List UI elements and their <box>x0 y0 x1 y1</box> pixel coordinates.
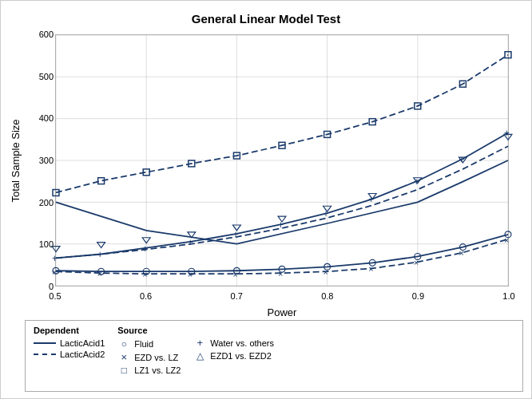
line-lactic1-water <box>56 132 508 258</box>
y-axis-ticks: 0 100 200 300 400 500 600 <box>23 34 54 286</box>
legend-source: Source ○ Fluid × EZD vs. LZ □ LZ1 vs. LZ… <box>117 326 181 376</box>
marker-x-2: × <box>97 269 102 279</box>
marker-x-11: × <box>504 235 509 245</box>
legend-item-fluid: ○ Fluid <box>117 338 181 350</box>
marker-x-4: × <box>188 270 193 279</box>
marker-plus-4: + <box>188 237 193 248</box>
legend-item-ezdlz: × EZD vs. LZ <box>117 351 181 363</box>
legend-circle-icon: ○ <box>117 338 130 350</box>
marker-plus-6: + <box>278 219 284 231</box>
legend-x-icon: × <box>117 351 130 363</box>
chart-title: General Linear Model Test <box>1 1 531 26</box>
legend-item-ezd1ezd2: △ EZD1 vs. EZD2 <box>193 350 274 361</box>
marker-x-6: × <box>278 269 283 279</box>
legend-item-lactic2: LacticAcid2 <box>34 350 105 359</box>
chart-svg: × × × × × × × × × × × + + + + + + + + + … <box>56 35 508 286</box>
legend-line-dashed-icon <box>34 354 56 355</box>
legend-dependent: Dependent LacticAcid1 LacticAcid2 <box>34 326 105 359</box>
legend-item-lz1lz2: □ LZ1 vs. LZ2 <box>117 365 181 376</box>
marker-tri-2 <box>97 243 105 248</box>
legend-line-solid-icon <box>34 342 56 344</box>
marker-x-5: × <box>232 270 237 279</box>
marker-plus-3: + <box>142 243 148 255</box>
marker-plus-7: + <box>324 208 329 219</box>
chart-plot-area: × × × × × × × × × × × + + + + + + + + + … <box>55 34 509 286</box>
marker-x-10: × <box>459 248 463 258</box>
marker-plus-8: + <box>368 194 374 205</box>
chart-container: General Linear Model Test Total Sample S… <box>0 0 532 399</box>
legend-plus-icon: + <box>193 337 206 349</box>
legend-source-extra: + Water vs. others △ EZD1 vs. EZD2 <box>193 337 274 361</box>
legend-area: Dependent LacticAcid1 LacticAcid2 Source… <box>25 320 523 392</box>
x-axis-label: Power <box>55 306 509 318</box>
marker-x-9: × <box>414 258 419 267</box>
marker-plus-11: + <box>504 128 510 139</box>
marker-plus-2: + <box>97 249 103 260</box>
marker-x-8: × <box>368 264 373 274</box>
marker-x-7: × <box>324 267 328 277</box>
x-axis-ticks: 0.5 0.6 0.7 0.8 0.9 1.0 <box>55 291 509 304</box>
legend-item-water: + Water vs. others <box>193 337 274 349</box>
legend-item-lactic1: LacticAcid1 <box>34 338 105 348</box>
legend-tri-icon: △ <box>193 350 206 361</box>
marker-plus-5: + <box>232 229 238 240</box>
marker-plus-9: + <box>414 176 419 188</box>
marker-plus-10: + <box>459 154 464 165</box>
y-axis-label: Total Sample Size <box>9 34 22 286</box>
marker-plus-1: + <box>52 253 58 264</box>
line-lactic2-lz1lz2 <box>56 55 508 193</box>
marker-x-1: × <box>52 267 57 277</box>
legend-sq-icon: □ <box>117 365 130 376</box>
marker-x-3: × <box>142 270 147 279</box>
